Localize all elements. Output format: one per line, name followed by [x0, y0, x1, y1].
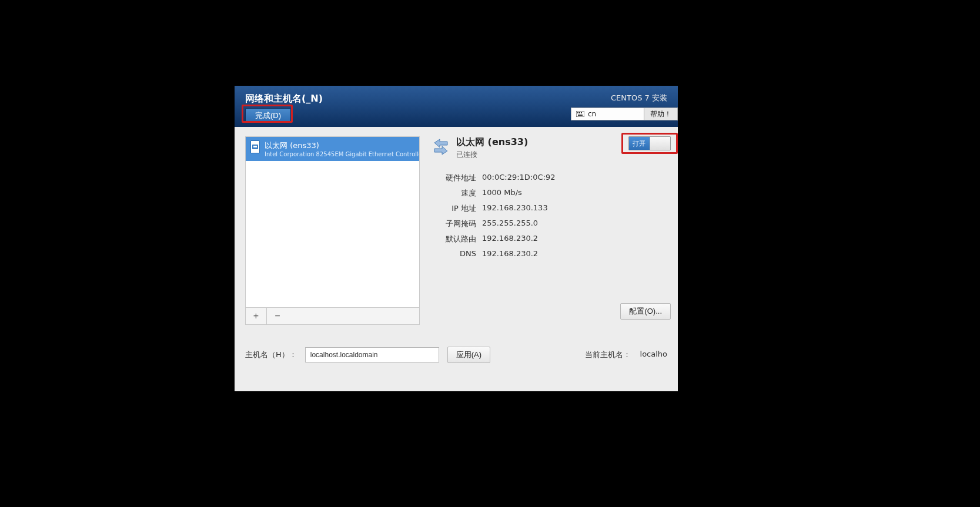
hostname-row: 主机名（H）： 应用(A) 当前主机名： localho	[245, 347, 667, 363]
detail-status: 已连接	[456, 150, 528, 160]
device-details: 以太网 (ens33) 已连接 打开 硬件地址 00:0C:29:1D:0C:9…	[420, 136, 667, 258]
keyboard-indicator[interactable]: cn	[571, 108, 644, 120]
ethernet-icon	[250, 140, 260, 153]
row-value: 1000 Mb/s	[482, 188, 667, 199]
svg-rect-3	[581, 112, 582, 113]
current-hostname-value: localho	[640, 350, 667, 360]
configure-button[interactable]: 配置(O)...	[620, 303, 671, 320]
device-panel: 以太网 (ens33) Intel Corporation 82545EM Gi…	[245, 136, 420, 325]
device-buttons: + −	[245, 308, 420, 325]
topbar-right: CENTOS 7 安装 cn 帮助！	[571, 93, 678, 120]
device-name: 以太网 (ens33)	[265, 140, 420, 151]
row-label: DNS	[432, 249, 476, 258]
row-value: 192.168.230.2	[482, 234, 667, 244]
svg-rect-4	[578, 115, 583, 116]
help-button[interactable]: 帮助！	[644, 108, 678, 120]
svg-rect-7	[254, 148, 255, 149]
hostname-input[interactable]	[305, 347, 439, 362]
row-value: 192.168.230.2	[482, 249, 667, 258]
content: 以太网 (ens33) Intel Corporation 82545EM Gi…	[235, 127, 678, 391]
svg-rect-0	[576, 111, 584, 117]
row-label: 默认路由	[432, 234, 476, 244]
remove-device-button[interactable]: −	[267, 308, 288, 324]
device-item-ens33[interactable]: 以太网 (ens33) Intel Corporation 82545EM Gi…	[246, 137, 419, 161]
device-subtitle: Intel Corporation 82545EM Gigabit Ethern…	[265, 151, 420, 157]
connection-toggle[interactable]: 打开	[628, 136, 671, 150]
installer-window: 网络和主机名(_N) 完成(D) CENTOS 7 安装 cn 帮助！	[235, 86, 678, 391]
info-grid: 硬件地址 00:0C:29:1D:0C:92 速度 1000 Mb/s IP 地…	[432, 173, 667, 258]
topbar: 网络和主机名(_N) 完成(D) CENTOS 7 安装 cn 帮助！	[235, 86, 678, 127]
svg-rect-1	[577, 112, 578, 113]
row-value: 00:0C:29:1D:0C:92	[482, 173, 667, 183]
svg-rect-6	[253, 146, 257, 147]
current-hostname-label: 当前主机名：	[585, 350, 631, 360]
svg-rect-8	[256, 148, 256, 149]
row-value: 255.255.255.0	[482, 219, 667, 229]
hostname-label: 主机名（H）：	[245, 350, 297, 360]
detail-title: 以太网 (ens33)	[456, 136, 528, 149]
keyboard-icon	[576, 111, 584, 117]
toggle-on-label: 打开	[629, 137, 650, 150]
row-label: IP 地址	[432, 203, 476, 214]
svg-rect-2	[579, 112, 580, 113]
add-device-button[interactable]: +	[246, 308, 267, 324]
row-label: 子网掩码	[432, 219, 476, 229]
device-list[interactable]: 以太网 (ens33) Intel Corporation 82545EM Gi…	[245, 136, 420, 308]
row-label: 硬件地址	[432, 173, 476, 183]
row-label: 速度	[432, 188, 476, 199]
done-button[interactable]: 完成(D)	[245, 108, 291, 123]
installer-heading: CENTOS 7 安装	[611, 93, 667, 103]
row-value: 192.168.230.133	[482, 203, 667, 214]
ethernet-large-icon	[432, 137, 450, 156]
toggle-handle	[650, 137, 670, 150]
apply-hostname-button[interactable]: 应用(A)	[447, 347, 490, 363]
keyboard-layout-label: cn	[588, 110, 596, 118]
